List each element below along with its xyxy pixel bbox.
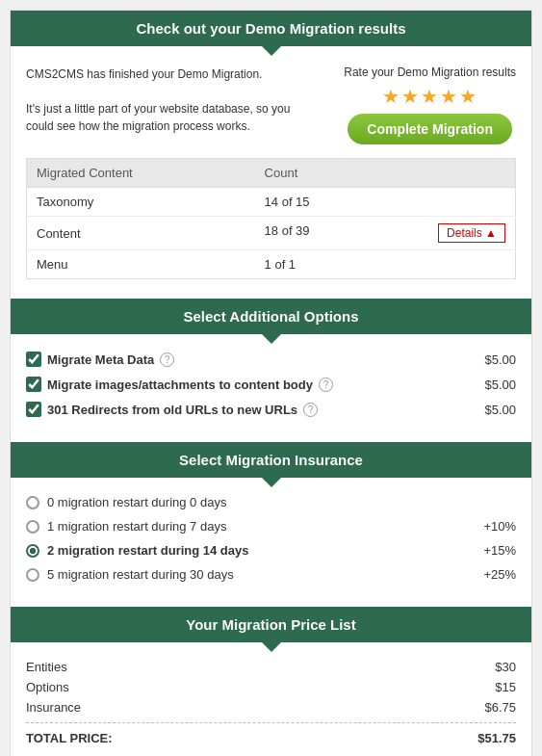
option-row: Migrate images/attachments to content bo… bbox=[26, 377, 516, 392]
option-label: Migrate images/attachments to content bo… bbox=[47, 378, 313, 392]
insurance-radio[interactable] bbox=[26, 520, 39, 534]
price-header-title: Your Migration Price List bbox=[186, 616, 355, 633]
demo-header: Check out your Demo Migration results bbox=[11, 11, 531, 46]
insurance-price: +15% bbox=[483, 543, 516, 558]
entities-label: Entities bbox=[26, 660, 67, 674]
table-cell-count: 18 of 39Details ▲ bbox=[255, 217, 516, 250]
additional-options-title: Select Additional Options bbox=[184, 308, 359, 325]
demo-top: CMS2CMS has finished your Demo Migration… bbox=[26, 65, 516, 144]
option-price: $5.00 bbox=[484, 352, 516, 367]
main-container: Check out your Demo Migration results CM… bbox=[10, 10, 532, 756]
demo-desc-line2: It's just a little part of your website … bbox=[26, 102, 290, 133]
table-col1-header: Migrated Content bbox=[27, 159, 255, 188]
insurance-price-value: $6.75 bbox=[484, 700, 516, 715]
insurance-label: 1 migration restart during 7 days bbox=[47, 519, 226, 534]
insurance-row: 1 migration restart during 7 days+10% bbox=[26, 519, 516, 534]
option-label: Migrate Meta Data bbox=[47, 352, 154, 367]
table-row: Content18 of 39Details ▲ bbox=[27, 217, 516, 250]
insurance-label: 5 migration restart during 30 days bbox=[47, 567, 234, 582]
entities-value: $30 bbox=[495, 660, 516, 674]
insurance-row: 2 migration restart during 14 days+15% bbox=[26, 543, 516, 558]
insurance-header-title: Select Migration Insurance bbox=[179, 452, 363, 468]
insurance-section: 0 migration restart during 0 days1 migra… bbox=[11, 478, 531, 601]
migrated-content-table: Migrated Content Count Taxonomy14 of 15C… bbox=[26, 158, 516, 279]
option-label: 301 Redirects from old URLs to new URLs bbox=[47, 403, 297, 417]
insurance-label: 0 migration restart during 0 days bbox=[47, 495, 226, 509]
option-checkbox[interactable] bbox=[26, 402, 41, 417]
options-label: Options bbox=[26, 680, 69, 694]
insurance-row: 0 migration restart during 0 days bbox=[26, 495, 516, 509]
demo-header-title: Check out your Demo Migration results bbox=[136, 20, 405, 37]
info-icon[interactable]: ? bbox=[303, 403, 318, 417]
insurance-label: 2 migration restart during 14 days bbox=[47, 543, 249, 558]
options-row: Options $15 bbox=[26, 680, 516, 694]
price-section: Entities $30 Options $15 Insurance $6.75… bbox=[11, 642, 531, 756]
additional-options-header: Select Additional Options bbox=[11, 299, 531, 334]
option-price: $5.00 bbox=[484, 403, 516, 417]
demo-rate-block: Rate your Demo Migration results ★★★★★ C… bbox=[344, 65, 516, 144]
table-cell-name: Content bbox=[27, 217, 255, 250]
insurance-price-row: Insurance $6.75 bbox=[26, 700, 516, 715]
option-row: 301 Redirects from old URLs to new URLs?… bbox=[26, 402, 516, 417]
table-col2-header: Count bbox=[255, 159, 516, 188]
table-row: Menu1 of 1 bbox=[27, 250, 516, 279]
demo-description: CMS2CMS has finished your Demo Migration… bbox=[26, 65, 296, 135]
complete-migration-top-button[interactable]: Complete Migration bbox=[348, 114, 512, 144]
table-cell-name: Menu bbox=[27, 250, 255, 279]
option-row: Migrate Meta Data?$5.00 bbox=[26, 352, 516, 367]
info-icon[interactable]: ? bbox=[160, 352, 174, 367]
table-row: Taxonomy14 of 15 bbox=[27, 188, 516, 217]
insurance-row: 5 migration restart during 30 days+25% bbox=[26, 567, 516, 582]
total-value: $51.75 bbox=[477, 731, 516, 745]
options-price-value: $15 bbox=[495, 680, 516, 694]
info-icon[interactable]: ? bbox=[319, 378, 333, 392]
demo-desc-line1: CMS2CMS has finished your Demo Migration… bbox=[26, 67, 262, 81]
demo-section: CMS2CMS has finished your Demo Migration… bbox=[11, 50, 531, 279]
details-button[interactable]: Details ▲ bbox=[438, 223, 505, 243]
option-checkbox[interactable] bbox=[26, 377, 41, 392]
rate-label: Rate your Demo Migration results bbox=[344, 65, 516, 79]
option-checkbox[interactable] bbox=[26, 352, 41, 367]
insurance-radio[interactable] bbox=[26, 568, 39, 582]
insurance-price: +10% bbox=[483, 519, 516, 534]
entities-row: Entities $30 bbox=[26, 660, 516, 674]
price-header: Your Migration Price List bbox=[11, 607, 531, 642]
table-cell-name: Taxonomy bbox=[27, 188, 255, 217]
insurance-header: Select Migration Insurance bbox=[11, 442, 531, 478]
insurance-price: +25% bbox=[483, 567, 516, 582]
table-cell-count: 14 of 15 bbox=[255, 188, 516, 217]
table-cell-count: 1 of 1 bbox=[255, 250, 516, 279]
option-price: $5.00 bbox=[484, 378, 516, 392]
options-section: Migrate Meta Data?$5.00Migrate images/at… bbox=[11, 334, 531, 436]
insurance-radio[interactable] bbox=[26, 496, 39, 509]
total-label: TOTAL PRICE: bbox=[26, 731, 113, 745]
insurance-radio[interactable] bbox=[26, 544, 39, 558]
star-rating[interactable]: ★★★★★ bbox=[382, 85, 478, 108]
insurance-price-label: Insurance bbox=[26, 700, 81, 715]
total-row: TOTAL PRICE: $51.75 bbox=[26, 731, 516, 745]
